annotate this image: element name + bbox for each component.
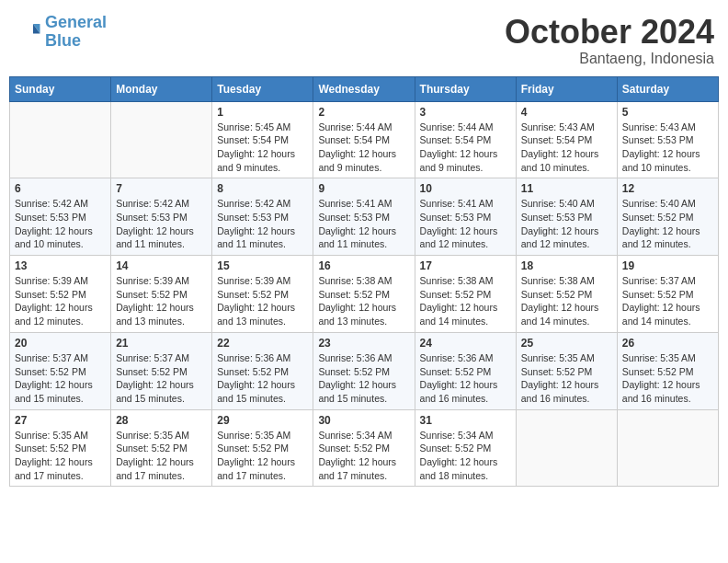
calendar-cell: 15Sunrise: 5:39 AMSunset: 5:52 PMDayligh… bbox=[212, 256, 313, 333]
calendar-cell: 18Sunrise: 5:38 AMSunset: 5:52 PMDayligh… bbox=[516, 256, 617, 333]
day-number: 25 bbox=[521, 337, 612, 350]
day-number: 22 bbox=[217, 337, 308, 350]
calendar-cell: 29Sunrise: 5:35 AMSunset: 5:52 PMDayligh… bbox=[212, 409, 313, 487]
week-row-2: 6Sunrise: 5:42 AMSunset: 5:53 PMDaylight… bbox=[10, 178, 719, 256]
day-info: Sunrise: 5:39 AMSunset: 5:52 PMDaylight:… bbox=[217, 274, 308, 328]
calendar-cell: 1Sunrise: 5:45 AMSunset: 5:54 PMDaylight… bbox=[212, 101, 313, 178]
week-row-3: 13Sunrise: 5:39 AMSunset: 5:52 PMDayligh… bbox=[10, 256, 719, 333]
calendar-cell: 5Sunrise: 5:43 AMSunset: 5:53 PMDaylight… bbox=[617, 101, 718, 178]
day-number: 30 bbox=[318, 414, 409, 427]
calendar-cell bbox=[617, 409, 718, 487]
day-info: Sunrise: 5:44 AMSunset: 5:54 PMDaylight:… bbox=[318, 121, 409, 175]
calendar-cell: 23Sunrise: 5:36 AMSunset: 5:52 PMDayligh… bbox=[313, 332, 415, 409]
calendar-cell: 27Sunrise: 5:35 AMSunset: 5:52 PMDayligh… bbox=[10, 409, 111, 487]
day-number: 9 bbox=[318, 182, 409, 195]
day-info: Sunrise: 5:43 AMSunset: 5:53 PMDaylight:… bbox=[622, 121, 713, 175]
calendar-cell: 26Sunrise: 5:35 AMSunset: 5:52 PMDayligh… bbox=[617, 332, 718, 409]
weekday-header-monday: Monday bbox=[111, 76, 212, 101]
calendar-cell: 6Sunrise: 5:42 AMSunset: 5:53 PMDaylight… bbox=[10, 178, 111, 256]
day-number: 6 bbox=[15, 182, 106, 195]
day-number: 19 bbox=[622, 259, 713, 272]
logo: General Blue bbox=[14, 14, 107, 51]
calendar-cell: 10Sunrise: 5:41 AMSunset: 5:53 PMDayligh… bbox=[415, 178, 516, 256]
calendar-cell: 20Sunrise: 5:37 AMSunset: 5:52 PMDayligh… bbox=[10, 332, 111, 409]
day-number: 11 bbox=[521, 182, 612, 195]
month-title: October 2024 bbox=[505, 14, 714, 51]
weekday-header-thursday: Thursday bbox=[415, 76, 516, 101]
day-info: Sunrise: 5:39 AMSunset: 5:52 PMDaylight:… bbox=[116, 274, 207, 328]
day-number: 5 bbox=[622, 106, 713, 119]
day-info: Sunrise: 5:36 AMSunset: 5:52 PMDaylight:… bbox=[217, 351, 308, 406]
day-info: Sunrise: 5:43 AMSunset: 5:54 PMDaylight:… bbox=[521, 121, 612, 175]
calendar-cell: 11Sunrise: 5:40 AMSunset: 5:53 PMDayligh… bbox=[516, 178, 617, 256]
calendar-cell: 12Sunrise: 5:40 AMSunset: 5:52 PMDayligh… bbox=[617, 178, 718, 256]
calendar-cell: 30Sunrise: 5:34 AMSunset: 5:52 PMDayligh… bbox=[313, 409, 415, 487]
weekday-header-tuesday: Tuesday bbox=[212, 76, 313, 101]
day-info: Sunrise: 5:38 AMSunset: 5:52 PMDaylight:… bbox=[521, 274, 612, 328]
day-info: Sunrise: 5:41 AMSunset: 5:53 PMDaylight:… bbox=[420, 197, 511, 251]
calendar-cell: 25Sunrise: 5:35 AMSunset: 5:52 PMDayligh… bbox=[516, 332, 617, 409]
day-info: Sunrise: 5:38 AMSunset: 5:52 PMDaylight:… bbox=[318, 274, 409, 328]
day-info: Sunrise: 5:34 AMSunset: 5:52 PMDaylight:… bbox=[318, 429, 409, 483]
day-info: Sunrise: 5:37 AMSunset: 5:52 PMDaylight:… bbox=[116, 351, 207, 406]
calendar-cell: 9Sunrise: 5:41 AMSunset: 5:53 PMDaylight… bbox=[313, 178, 415, 256]
day-info: Sunrise: 5:37 AMSunset: 5:52 PMDaylight:… bbox=[15, 351, 106, 406]
day-info: Sunrise: 5:35 AMSunset: 5:52 PMDaylight:… bbox=[521, 351, 612, 406]
day-number: 12 bbox=[622, 182, 713, 195]
day-info: Sunrise: 5:42 AMSunset: 5:53 PMDaylight:… bbox=[116, 197, 207, 251]
day-info: Sunrise: 5:35 AMSunset: 5:52 PMDaylight:… bbox=[15, 429, 106, 483]
day-info: Sunrise: 5:40 AMSunset: 5:53 PMDaylight:… bbox=[521, 197, 612, 251]
calendar-cell bbox=[111, 101, 212, 178]
day-number: 13 bbox=[15, 259, 106, 272]
day-number: 16 bbox=[318, 259, 409, 272]
calendar-cell: 24Sunrise: 5:36 AMSunset: 5:52 PMDayligh… bbox=[415, 332, 516, 409]
day-number: 23 bbox=[318, 337, 409, 350]
day-number: 3 bbox=[420, 106, 511, 119]
title-block: October 2024 Bantaeng, Indonesia bbox=[505, 14, 714, 67]
day-number: 31 bbox=[420, 414, 511, 427]
week-row-4: 20Sunrise: 5:37 AMSunset: 5:52 PMDayligh… bbox=[10, 332, 719, 409]
calendar-cell: 3Sunrise: 5:44 AMSunset: 5:54 PMDaylight… bbox=[415, 101, 516, 178]
calendar-cell: 14Sunrise: 5:39 AMSunset: 5:52 PMDayligh… bbox=[111, 256, 212, 333]
weekday-header-row: SundayMondayTuesdayWednesdayThursdayFrid… bbox=[10, 76, 719, 101]
calendar-cell: 4Sunrise: 5:43 AMSunset: 5:54 PMDaylight… bbox=[516, 101, 617, 178]
weekday-header-wednesday: Wednesday bbox=[313, 76, 415, 101]
calendar-cell bbox=[516, 409, 617, 487]
calendar-cell: 21Sunrise: 5:37 AMSunset: 5:52 PMDayligh… bbox=[111, 332, 212, 409]
calendar-cell bbox=[10, 101, 111, 178]
day-number: 2 bbox=[318, 106, 409, 119]
day-number: 21 bbox=[116, 337, 207, 350]
day-info: Sunrise: 5:37 AMSunset: 5:52 PMDaylight:… bbox=[622, 274, 713, 328]
day-info: Sunrise: 5:44 AMSunset: 5:54 PMDaylight:… bbox=[420, 121, 511, 175]
day-number: 17 bbox=[420, 259, 511, 272]
calendar-table: SundayMondayTuesdayWednesdayThursdayFrid… bbox=[9, 76, 719, 488]
location: Bantaeng, Indonesia bbox=[505, 51, 714, 67]
day-number: 1 bbox=[217, 106, 308, 119]
day-info: Sunrise: 5:38 AMSunset: 5:52 PMDaylight:… bbox=[420, 274, 511, 328]
day-info: Sunrise: 5:34 AMSunset: 5:52 PMDaylight:… bbox=[420, 429, 511, 483]
day-number: 20 bbox=[15, 337, 106, 350]
weekday-header-friday: Friday bbox=[516, 76, 617, 101]
day-number: 15 bbox=[217, 259, 308, 272]
page-header: General Blue October 2024 Bantaeng, Indo… bbox=[9, 9, 719, 67]
day-number: 10 bbox=[420, 182, 511, 195]
calendar-cell: 22Sunrise: 5:36 AMSunset: 5:52 PMDayligh… bbox=[212, 332, 313, 409]
day-number: 4 bbox=[521, 106, 612, 119]
day-number: 14 bbox=[116, 259, 207, 272]
day-number: 8 bbox=[217, 182, 308, 195]
calendar-cell: 7Sunrise: 5:42 AMSunset: 5:53 PMDaylight… bbox=[111, 178, 212, 256]
calendar-cell: 13Sunrise: 5:39 AMSunset: 5:52 PMDayligh… bbox=[10, 256, 111, 333]
day-number: 7 bbox=[116, 182, 207, 195]
day-number: 18 bbox=[521, 259, 612, 272]
weekday-header-saturday: Saturday bbox=[617, 76, 718, 101]
logo-line2: Blue bbox=[45, 31, 81, 50]
logo-icon bbox=[14, 18, 41, 46]
day-info: Sunrise: 5:39 AMSunset: 5:52 PMDaylight:… bbox=[15, 274, 106, 328]
day-number: 27 bbox=[15, 414, 106, 427]
week-row-5: 27Sunrise: 5:35 AMSunset: 5:52 PMDayligh… bbox=[10, 409, 719, 487]
day-info: Sunrise: 5:35 AMSunset: 5:52 PMDaylight:… bbox=[622, 351, 713, 406]
calendar-cell: 28Sunrise: 5:35 AMSunset: 5:52 PMDayligh… bbox=[111, 409, 212, 487]
logo-line1: General bbox=[45, 13, 107, 31]
day-info: Sunrise: 5:41 AMSunset: 5:53 PMDaylight:… bbox=[318, 197, 409, 251]
logo-text: General Blue bbox=[45, 14, 107, 51]
